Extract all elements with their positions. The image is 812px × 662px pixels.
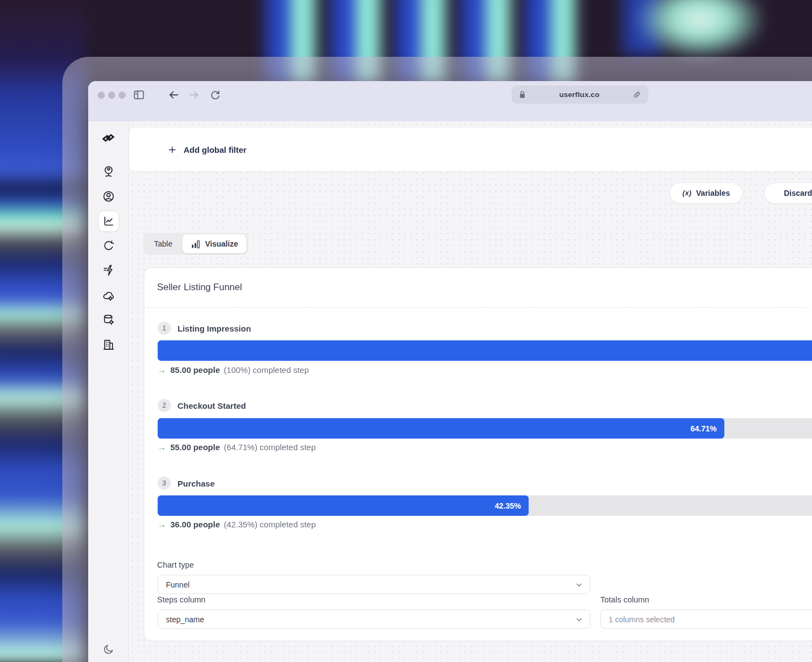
funnel-step-caption-3: → 36.00 people (42.35%) completed step xyxy=(158,520,316,529)
step-detail: (100%) completed step xyxy=(224,365,309,375)
sidebar-item-users[interactable] xyxy=(98,186,119,207)
lock-icon xyxy=(518,90,526,99)
bar-percent-label: 64.71% xyxy=(691,424,717,433)
variables-label: Variables xyxy=(696,189,730,197)
chevron-down-icon xyxy=(575,580,583,589)
sidebar-item-cloud[interactable] xyxy=(98,285,119,306)
moon-icon xyxy=(103,643,115,655)
sidebar-item-events[interactable] xyxy=(98,260,119,281)
sidebar-item-sync[interactable] xyxy=(98,236,119,257)
back-arrow-icon xyxy=(168,89,180,101)
sidebar-toggle-button[interactable] xyxy=(133,89,145,100)
step-number-badge: 2 xyxy=(158,399,171,412)
reload-button[interactable] xyxy=(209,89,221,101)
funnel-bar-fill-1 xyxy=(158,340,812,361)
sidebar-item-organization[interactable] xyxy=(98,334,119,355)
variables-icon: (x) xyxy=(682,189,692,197)
main-content: Add global filter (x) Variables Discard … xyxy=(129,121,812,662)
app-sidebar xyxy=(88,121,129,662)
cloud-gear-icon xyxy=(102,289,115,302)
funnel-bar-track-1 xyxy=(158,340,812,361)
flash-list-icon xyxy=(102,264,115,277)
browser-titlebar: userflux.co xyxy=(88,81,812,121)
tab-table[interactable]: Table xyxy=(145,234,181,253)
plus-icon xyxy=(168,145,177,154)
app-body: Add global filter (x) Variables Discard … xyxy=(88,121,812,662)
building-icon xyxy=(102,338,115,351)
wallpaper-mint-glow xyxy=(634,0,766,61)
tab-visualize[interactable]: Visualize xyxy=(182,234,246,253)
funnel-bar-track-2: 64.71% xyxy=(158,418,812,439)
chart-type-value: Funnel xyxy=(166,580,190,589)
view-tabs: Table Visualize xyxy=(143,233,248,255)
browser-window: userflux.co xyxy=(88,81,812,662)
close-button[interactable] xyxy=(98,92,105,99)
funnel-card: Seller Listing Funnel 1 Listing Impressi… xyxy=(144,268,812,641)
steps-column-label: Steps column xyxy=(157,595,206,604)
funnel-title: Seller Listing Funnel xyxy=(157,282,242,293)
variables-button[interactable]: (x) Variables xyxy=(670,183,743,204)
sidebar-item-analytics[interactable] xyxy=(98,211,119,232)
totals-column-value: 1 columns selected xyxy=(609,615,675,624)
add-global-filter-label: Add global filter xyxy=(184,145,246,154)
url-text: userflux.co xyxy=(526,90,632,99)
forward-arrow-icon xyxy=(188,89,200,101)
totals-column-label: Totals column xyxy=(600,595,649,604)
step-detail: (42.35%) completed step xyxy=(224,520,316,529)
totals-column-input[interactable]: 1 columns selected xyxy=(600,610,812,629)
url-bar[interactable]: userflux.co xyxy=(512,86,648,104)
step-number-badge: 1 xyxy=(158,322,171,335)
steps-column-select[interactable]: step_name xyxy=(158,610,590,629)
chart-type-select[interactable]: Funnel xyxy=(158,575,590,594)
zoom-button[interactable] xyxy=(119,92,126,99)
line-chart-icon xyxy=(102,215,115,228)
chart-type-label: Chart type xyxy=(157,560,194,569)
bar-chart-icon xyxy=(191,239,201,249)
step-people-count: 55.00 people xyxy=(170,442,220,452)
funnel-step-caption-1: → 85.00 people (100%) completed step xyxy=(158,365,309,375)
step-label: Checkout Started xyxy=(178,401,246,410)
bar-percent-label: 42.35% xyxy=(495,501,521,510)
arrow-right-icon: → xyxy=(158,365,166,375)
link-icon[interactable] xyxy=(632,90,642,99)
forward-button[interactable] xyxy=(188,89,200,101)
app-logo xyxy=(98,127,119,148)
rotate-icon xyxy=(102,239,115,253)
funnel-bar-fill-2: 64.71% xyxy=(158,418,724,439)
discard-label: Discard xyxy=(784,189,812,197)
funnel-step-header-1: 1 Listing Impression xyxy=(158,322,251,335)
userflux-logo-icon xyxy=(101,131,116,145)
sidebar-toggle-icon xyxy=(133,89,145,100)
funnel-bar-fill-3: 42.35% xyxy=(158,495,529,516)
reload-icon xyxy=(209,89,221,101)
database-gear-icon xyxy=(102,313,115,327)
traffic-lights xyxy=(98,92,126,99)
step-label: Listing Impression xyxy=(178,324,251,333)
funnel-step-header-3: 3 Purchase xyxy=(158,477,215,490)
step-number-badge: 3 xyxy=(158,477,171,490)
webcam-icon xyxy=(102,165,115,178)
steps-column-value: step_name xyxy=(166,615,204,624)
arrow-right-icon: → xyxy=(158,442,166,452)
add-global-filter-button[interactable]: Add global filter xyxy=(168,145,246,154)
discard-button[interactable]: Discard xyxy=(764,183,812,204)
user-circle-icon xyxy=(102,190,115,203)
step-people-count: 36.00 people xyxy=(170,520,220,529)
step-detail: (64.71%) completed step xyxy=(224,442,316,452)
arrow-right-icon: → xyxy=(158,520,166,529)
sidebar-item-sessions[interactable] xyxy=(98,161,119,182)
sidebar-item-database[interactable] xyxy=(98,309,119,330)
tab-visualize-label: Visualize xyxy=(205,239,238,248)
minimize-button[interactable] xyxy=(108,92,115,99)
funnel-bar-track-3: 42.35% xyxy=(158,495,812,516)
step-label: Purchase xyxy=(178,479,215,488)
funnel-step-header-2: 2 Checkout Started xyxy=(158,399,246,412)
back-button[interactable] xyxy=(168,89,180,101)
step-people-count: 85.00 people xyxy=(170,365,220,375)
card-divider xyxy=(144,307,812,308)
theme-toggle[interactable] xyxy=(98,639,119,660)
global-filter-panel: Add global filter xyxy=(129,128,812,171)
funnel-step-caption-2: → 55.00 people (64.71%) completed step xyxy=(158,442,316,452)
chevron-down-icon xyxy=(575,615,583,623)
